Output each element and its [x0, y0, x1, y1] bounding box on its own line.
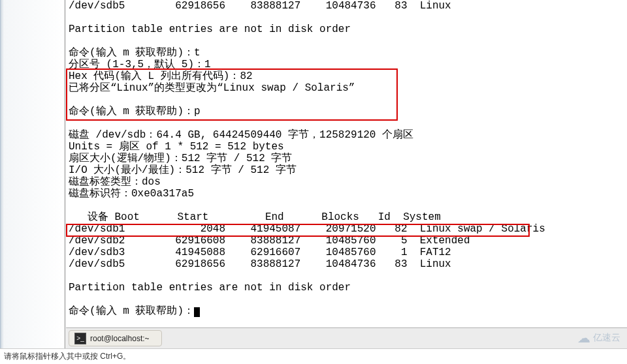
terminal-output[interactable]: /dev/sdb5 62918656 83888127 10484736 83 … — [66, 0, 627, 327]
terminal-cursor — [194, 307, 200, 317]
taskbar-item-terminal[interactable]: >_ root@localhost:~ — [69, 330, 162, 346]
terminal-icon: >_ — [74, 333, 86, 344]
status-bar: 请将鼠标指针移入其中或按 Ctrl+G。 — [0, 348, 627, 364]
terminal-text: /dev/sdb5 62918656 83888127 10484736 83 … — [69, 0, 624, 317]
cloud-icon: ☁ — [577, 330, 590, 346]
watermark: ☁ 亿速云 — [577, 330, 620, 346]
vm-side-panel — [0, 0, 65, 348]
status-hint: 请将鼠标指针移入其中或按 Ctrl+G。 — [4, 351, 131, 362]
taskbar-item-label: root@localhost:~ — [90, 334, 150, 343]
watermark-text: 亿速云 — [593, 332, 620, 344]
taskbar: >_ root@localhost:~ — [66, 327, 627, 348]
